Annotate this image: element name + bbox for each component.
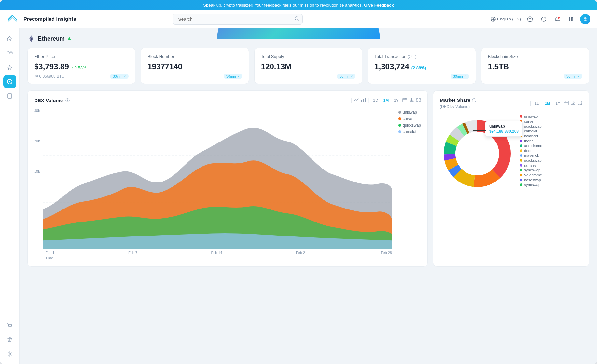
- ml-thena: thena: [520, 139, 582, 143]
- dex-volume-chart-card: DEX Volume ⓘ | | 1D 1M: [27, 90, 428, 267]
- dex-barchart-icon[interactable]: [361, 97, 366, 103]
- ms-1y-btn[interactable]: 1Y: [554, 101, 562, 106]
- svg-rect-23: [365, 98, 366, 102]
- stat-value-block-number: 19377140: [147, 62, 242, 71]
- svg-point-3: [530, 20, 530, 21]
- apps-icon[interactable]: [566, 15, 576, 24]
- sidebar-item-settings[interactable]: [3, 347, 16, 360]
- svg-point-19: [10, 327, 11, 327]
- logo[interactable]: [7, 13, 18, 25]
- language-label: English (US): [497, 17, 521, 21]
- stat-label-total-transaction: Total Transaction (24H): [374, 54, 469, 59]
- svg-rect-29: [564, 101, 568, 105]
- stat-value-total-transaction: 1,303,724 (2.88%): [374, 62, 469, 71]
- main-layout: Ethereum Ether Price $3,793.89 ↑ 0.53% @…: [0, 28, 597, 364]
- stat-card-blockchain-size: Blockchain Size 1.5TB 30min ✓: [481, 48, 589, 84]
- svg-rect-6: [569, 17, 570, 19]
- svg-point-18: [8, 327, 9, 327]
- svg-rect-24: [403, 98, 407, 102]
- ml-camelot: camelot: [520, 129, 582, 133]
- legend-item-quickswap: quickswap: [398, 123, 421, 128]
- stat-value-total-supply: 120.13M: [261, 62, 355, 71]
- page-title: Precompiled Insights: [23, 16, 76, 22]
- ml-aerodrome: aerodrome: [520, 144, 582, 148]
- sidebar-item-trash[interactable]: [3, 333, 16, 346]
- ethereum-trend-up: [67, 37, 71, 40]
- stat-change-transaction: (2.88%): [411, 65, 426, 70]
- dex-download-icon[interactable]: [409, 98, 414, 103]
- sidebar-item-favorites[interactable]: [3, 61, 16, 74]
- svg-point-11: [7, 51, 8, 52]
- charts-row: DEX Volume ⓘ | | 1D 1M: [27, 90, 589, 267]
- sidebar-item-dashboard[interactable]: [3, 75, 16, 88]
- svg-point-42: [455, 132, 499, 175]
- dex-calendar-icon[interactable]: [402, 98, 407, 103]
- stat-value-blockchain-size: 1.5TB: [488, 62, 582, 71]
- dex-1d-btn[interactable]: 1D: [371, 98, 380, 103]
- tooltip-name: uniswap: [489, 124, 519, 128]
- ms-calendar-icon[interactable]: [564, 101, 569, 106]
- sidebar-item-reports[interactable]: [3, 89, 16, 102]
- sidebar-item-cart[interactable]: [3, 319, 16, 332]
- svg-rect-21: [361, 100, 362, 102]
- dex-expand-icon[interactable]: [416, 98, 421, 103]
- notifications-icon[interactable]: [553, 15, 562, 24]
- svg-point-16: [9, 81, 10, 82]
- dex-1m-btn[interactable]: 1M: [382, 98, 391, 103]
- sidebar-item-analytics[interactable]: [3, 47, 16, 60]
- dex-linechart-icon[interactable]: [354, 97, 359, 103]
- theme-icon[interactable]: [539, 15, 548, 24]
- ml-syncswap: syncswap: [520, 168, 582, 172]
- announcement-bar: Speak up, crypto traillazer! Your feedba…: [0, 0, 597, 10]
- stats-row: Ether Price $3,793.89 ↑ 0.53% @ 0.056908…: [27, 48, 589, 84]
- stat-refresh-transaction: 30min ✓: [451, 74, 469, 79]
- ml-maverick: maverick: [520, 154, 582, 157]
- legend-item-curve: curve: [398, 116, 421, 121]
- ml-dodo: dodo: [520, 149, 582, 153]
- stat-label-block-number: Block Number: [147, 54, 242, 59]
- stat-footer-block: 30min ✓: [147, 74, 242, 79]
- language-selector[interactable]: English (US): [491, 17, 521, 22]
- avatar[interactable]: [580, 14, 590, 24]
- header: Precompiled Insights English (US): [0, 10, 597, 28]
- donut-tooltip: uniswap $24,188,830,268: [485, 121, 523, 137]
- stat-label-total-supply: Total Supply: [261, 54, 355, 59]
- search-box: [173, 14, 303, 25]
- ms-1m-btn[interactable]: 1M: [543, 101, 552, 106]
- ml-baseswap: baseswap: [520, 178, 582, 182]
- stat-change-ether: ↑ 0.53%: [71, 65, 86, 70]
- dex-x-label: Time: [43, 256, 392, 260]
- ms-1d-btn[interactable]: 1D: [533, 101, 541, 106]
- ms-download-icon[interactable]: [571, 101, 576, 106]
- dex-legend: uniswap curve quickswap: [398, 109, 421, 260]
- header-right: English (US): [491, 14, 590, 24]
- market-legend: uniswap curve quickswap camelot balancer…: [520, 115, 582, 187]
- ml-curve: curve: [520, 119, 582, 123]
- market-share-header: Market Share ⓘ (DEX by Volume) | 1D 1M 1…: [440, 97, 582, 109]
- market-share-info-icon[interactable]: ⓘ: [472, 98, 476, 103]
- dex-chart-title: DEX Volume: [34, 98, 63, 103]
- svg-point-12: [9, 53, 10, 54]
- svg-point-20: [9, 353, 10, 355]
- dex-1y-btn[interactable]: 1Y: [392, 98, 400, 103]
- stat-footer-ether: @ 0.056908 BTC 30min ✓: [34, 74, 129, 79]
- stat-refresh-ether: 30min ✓: [110, 74, 129, 79]
- svg-point-4: [541, 17, 546, 21]
- give-feedback-link[interactable]: Give Feedback: [364, 3, 394, 7]
- tooltip-value: $24,188,830,268: [489, 129, 519, 134]
- ml-balancer: balancer: [520, 134, 582, 138]
- market-share-body: uniswap $24,188,830,268 uniswap curve qu…: [440, 115, 582, 193]
- dex-info-icon[interactable]: ⓘ: [65, 98, 70, 103]
- svg-rect-22: [363, 99, 364, 102]
- ml-uniswap: uniswap: [520, 115, 582, 118]
- legend-item-camelot: camelot: [398, 129, 421, 134]
- stat-footer-supply: 30min ✓: [261, 74, 355, 79]
- help-icon[interactable]: [525, 15, 535, 24]
- svg-rect-7: [571, 17, 573, 19]
- sidebar-item-home[interactable]: [3, 32, 16, 45]
- ms-expand-icon[interactable]: [577, 101, 582, 106]
- ml-velodrome: Velodrome: [520, 173, 582, 177]
- stat-card-total-transaction: Total Transaction (24H) 1,303,724 (2.88%…: [368, 48, 476, 84]
- svg-rect-9: [571, 19, 573, 21]
- search-input[interactable]: [173, 14, 303, 25]
